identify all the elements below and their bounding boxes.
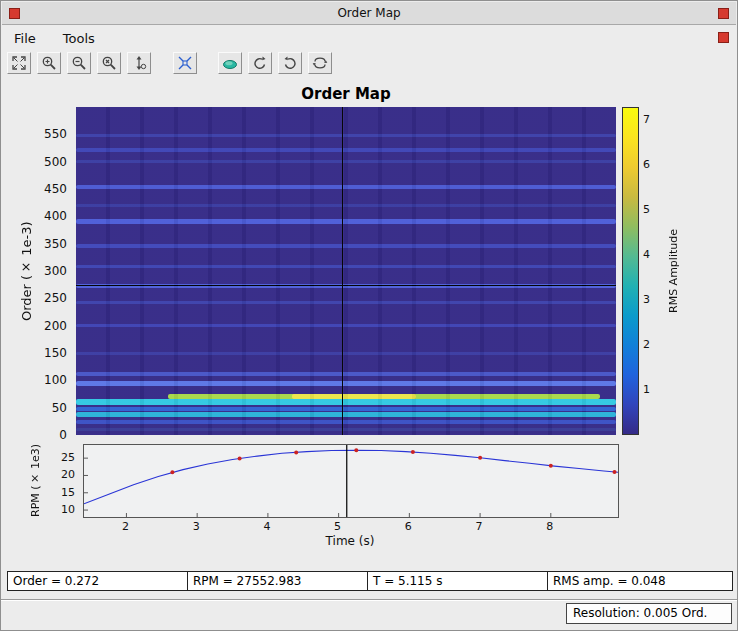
expand-icon: [11, 55, 27, 71]
rpm-ytick-label: 15: [61, 486, 75, 499]
titlebar-right-button[interactable]: [718, 8, 729, 19]
rpm-x-axis-label: Time (s): [83, 534, 617, 548]
colorbar-tick-label: 2: [643, 338, 650, 351]
heatmap-order-stripe: [76, 381, 616, 386]
reset-view-button[interactable]: [173, 52, 197, 74]
rotate-ccw-button[interactable]: [248, 52, 272, 74]
heatmap-order-stripe: [76, 219, 616, 224]
heatmap-order-stripe: [76, 160, 616, 163]
main-ytick-label: 500: [44, 155, 67, 169]
heatmap-order-stripe: [76, 407, 616, 411]
rpm-xtick-label: 6: [395, 520, 421, 533]
heatmap-order-stripe: [76, 204, 616, 207]
expand-button[interactable]: [7, 52, 31, 74]
rotate-cw-button[interactable]: [278, 52, 302, 74]
heatmap-order-stripe: [76, 185, 616, 189]
rpm-x-axis-ticks: 2345678: [83, 520, 617, 533]
zoom-x-button[interactable]: [97, 52, 121, 74]
main-y-axis-ticks: 050100150200250300350400450500550: [37, 107, 71, 435]
reset-view-icon: [177, 55, 193, 71]
rotate-cw-icon: [282, 55, 298, 71]
heatmap-order-stripe: [76, 399, 616, 405]
zoom-in-button[interactable]: [37, 52, 61, 74]
colorbar-tick-label: 3: [643, 293, 650, 306]
zoom-x-icon: [101, 55, 117, 71]
main-ytick-label: 0: [59, 428, 67, 442]
colorbar: [622, 107, 639, 435]
heatmap-order-stripe: [76, 428, 616, 431]
main-ytick-label: 150: [44, 346, 67, 360]
main-ytick-label: 450: [44, 182, 67, 196]
rotate-ccw-icon: [252, 55, 268, 71]
window-title: Order Map: [2, 6, 736, 20]
time-cursor-line[interactable]: [342, 107, 344, 435]
rpm-xtick-label: 4: [254, 520, 280, 533]
colorbar-tick-label: 5: [643, 203, 650, 216]
order-cursor-line[interactable]: [76, 285, 616, 287]
rpm-xtick-label: 5: [325, 520, 351, 533]
main-ytick-label: 250: [44, 291, 67, 305]
main-ytick-label: 200: [44, 319, 67, 333]
titlebar[interactable]: Order Map: [2, 2, 736, 25]
main-ytick-label: 350: [44, 237, 67, 251]
resolution-readout: Resolution: 0.005 Ord.: [566, 603, 732, 624]
rpm-y-axis-label: RPM (× 1e3): [27, 439, 43, 521]
colorbar-tick-label: 1: [643, 383, 650, 396]
rpm-xtick-label: 3: [183, 520, 209, 533]
main-ytick-label: 550: [44, 127, 67, 141]
heatmap-order-stripe: [76, 265, 616, 268]
menu-file[interactable]: File: [14, 25, 36, 46]
rpm-ytick-label: 25: [61, 451, 75, 464]
colorbar-tick-label: 6: [643, 158, 650, 171]
colormap-button[interactable]: [218, 52, 242, 74]
colorbar-tick-label: 4: [643, 248, 650, 261]
rpm-ytick-label: 20: [61, 468, 75, 481]
heatmap-order-stripe: [76, 148, 616, 152]
heatmap-order-stripe: [76, 301, 616, 304]
main-ytick-label: 50: [52, 401, 67, 415]
colorbar-label: RMS Amplitude: [665, 107, 681, 435]
rpm-curve-svg: [84, 445, 618, 517]
heatmap-order-stripe: [76, 134, 616, 137]
rpm-y-axis-ticks: 10152025: [49, 444, 79, 516]
orbit-icon: [312, 55, 328, 71]
heatmap-order-stripe: [76, 412, 616, 417]
menu-tools[interactable]: Tools: [63, 25, 95, 46]
zoom-out-button[interactable]: [67, 52, 91, 74]
colorbar-tick-label: 7: [643, 113, 650, 126]
zoom-in-icon: [41, 55, 57, 71]
plot-title: Order Map: [76, 85, 616, 103]
main-ytick-label: 100: [44, 373, 67, 387]
rpm-xtick-label: 8: [537, 520, 563, 533]
rpm-xtick-label: 7: [466, 520, 492, 533]
heatmap-order-stripe: [76, 372, 616, 376]
status-order-readout: Order = 0.272: [7, 571, 188, 591]
zoom-y-button[interactable]: [127, 52, 151, 74]
status-time-readout: T = 5.115 s: [367, 571, 548, 591]
heatmap-order-stripe: [76, 324, 616, 327]
heatmap-order-stripe: [76, 352, 616, 355]
order-map-window: Order Map File Tools Order Map Order (× …: [0, 0, 738, 631]
zoom-out-icon: [71, 55, 87, 71]
status-rms-readout: RMS amp. = 0.048: [547, 571, 733, 591]
statusbar-divider: [1, 599, 737, 601]
status-rpm-readout: RPM = 27552.983: [187, 571, 368, 591]
toolbar-separator: [157, 52, 167, 74]
toolbar: [7, 52, 735, 78]
colormap-icon: [222, 55, 238, 71]
heatmap-order-stripe: [76, 420, 616, 424]
heatmap-order-stripe: [76, 244, 616, 248]
colorbar-ticks: 1234567: [643, 107, 665, 435]
rpm-xtick-label: 2: [112, 520, 138, 533]
rpm-profile-plot[interactable]: [83, 444, 619, 518]
toolbar-separator: [203, 52, 213, 74]
rpm-ytick-label: 10: [61, 503, 75, 516]
main-ytick-label: 400: [44, 209, 67, 223]
main-y-axis-label: Order (× 1e-3): [17, 107, 35, 435]
order-map-heatmap[interactable]: [76, 107, 616, 435]
main-ytick-label: 300: [44, 264, 67, 278]
zoom-y-icon: [131, 55, 147, 71]
menubar-right-button[interactable]: [718, 32, 729, 43]
orbit-button[interactable]: [308, 52, 332, 74]
menubar: File Tools: [2, 25, 736, 50]
